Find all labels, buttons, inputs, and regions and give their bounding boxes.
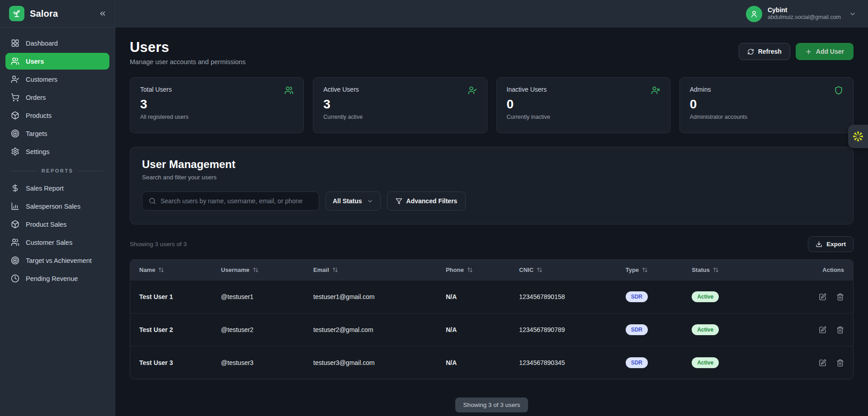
- sidebar-item-customer-sales[interactable]: Customer Sales: [5, 234, 109, 251]
- sidebar-item-products[interactable]: Products: [5, 107, 109, 124]
- panel-subtitle: Search and filter your users: [142, 174, 841, 181]
- chevrons-left-icon: [99, 9, 107, 18]
- profile-email: abdulmuiz.social@gmail.com: [768, 14, 841, 21]
- status-badge: Active: [692, 291, 719, 302]
- sidebar-item-salesperson-sales[interactable]: Salesperson Sales: [5, 198, 109, 215]
- sidebar-item-dashboard[interactable]: Dashboard: [5, 35, 109, 51]
- package-icon: [11, 220, 20, 229]
- sort-icon: [332, 267, 338, 273]
- add-user-label: Add User: [816, 48, 844, 55]
- user-check-icon: [11, 75, 20, 84]
- edit-button[interactable]: [819, 293, 826, 301]
- column-label: Status: [692, 266, 710, 273]
- topbar: Cybint abdulmuiz.social@gmail.com: [115, 0, 868, 28]
- export-button[interactable]: Export: [808, 236, 854, 252]
- package-icon: [11, 111, 20, 120]
- sidebar-item-label: Customer Sales: [26, 239, 72, 246]
- target-icon: [11, 129, 20, 138]
- column-header-status[interactable]: Status: [692, 266, 793, 273]
- sidebar-item-label: Customers: [26, 76, 57, 83]
- column-label: Email: [313, 266, 329, 273]
- column-header-name[interactable]: Name: [139, 266, 221, 273]
- showing-count-text: Showing 3 users of 3: [130, 241, 187, 248]
- column-header-email[interactable]: Email: [313, 266, 446, 273]
- bar-chart-icon: [11, 202, 20, 211]
- user-management-panel: User Management Search and filter your u…: [130, 147, 854, 224]
- delete-button[interactable]: [836, 326, 844, 334]
- column-header-phone[interactable]: Phone: [446, 266, 519, 273]
- edit-button[interactable]: [819, 359, 826, 367]
- delete-button[interactable]: [836, 359, 844, 367]
- sidebar-collapse-button[interactable]: [99, 9, 107, 18]
- sidebar-item-label: Target vs Achievement: [26, 257, 92, 264]
- column-header-cnic[interactable]: CNIC: [519, 266, 625, 273]
- sidebar-nav: Dashboard Users Customers Orders Product…: [0, 28, 115, 288]
- target-icon: [11, 256, 20, 265]
- pinwheel-icon: [851, 130, 865, 143]
- trash-icon: [836, 293, 844, 301]
- user-phone: N/A: [446, 293, 519, 300]
- stat-title: Inactive Users: [507, 86, 547, 93]
- user-phone: N/A: [446, 359, 519, 366]
- sidebar-item-customers[interactable]: Customers: [5, 71, 109, 88]
- filter-controls: All Status Advanced Filters: [142, 192, 841, 210]
- sidebar-item-label: Settings: [26, 148, 49, 155]
- sidebar-item-sales-report[interactable]: Sales Report: [5, 180, 109, 196]
- stat-cards: Total Users 3 All registered users Activ…: [130, 77, 854, 133]
- user-username: @testuser2: [221, 326, 313, 333]
- advanced-filters-button[interactable]: Advanced Filters: [387, 192, 466, 210]
- status-badge: Active: [692, 324, 719, 335]
- user-check-icon: [468, 86, 477, 95]
- page-content: Users Manage user accounts and permissio…: [115, 28, 868, 416]
- delete-button[interactable]: [836, 293, 844, 301]
- user-cnic: 1234567890789: [519, 326, 625, 333]
- trash-icon: [836, 326, 844, 334]
- edge-widget-button[interactable]: [848, 125, 868, 148]
- user-profile-menu[interactable]: Cybint abdulmuiz.social@gmail.com: [746, 6, 856, 22]
- status-filter-select[interactable]: All Status: [326, 192, 381, 210]
- plus-icon: [805, 48, 812, 55]
- row-actions: [793, 293, 844, 301]
- column-label: Type: [626, 266, 639, 273]
- status-filter-value: All Status: [333, 197, 362, 205]
- gear-icon: [11, 147, 20, 156]
- sidebar-item-target-vs-achievement[interactable]: Target vs Achievement: [5, 252, 109, 269]
- sort-icon: [253, 267, 259, 273]
- sort-icon: [713, 267, 719, 273]
- table-row: Test User 1 @testuser1 testuser1@gmail.c…: [130, 280, 853, 313]
- refresh-button[interactable]: Refresh: [739, 43, 790, 60]
- refresh-icon: [747, 48, 754, 55]
- stat-title: Total Users: [140, 86, 172, 93]
- edit-button[interactable]: [819, 326, 826, 334]
- row-actions: [793, 359, 844, 367]
- column-label: CNIC: [519, 266, 533, 273]
- page-header: Users Manage user accounts and permissio…: [130, 39, 854, 65]
- sidebar-item-product-sales[interactable]: Product Sales: [5, 216, 109, 233]
- search-input[interactable]: [160, 197, 312, 205]
- chevron-down-icon: [367, 198, 373, 205]
- edit-icon: [819, 326, 826, 334]
- salora-logo-icon: [9, 6, 24, 21]
- sidebar-item-orders[interactable]: Orders: [5, 89, 109, 106]
- profile-text: Cybint abdulmuiz.social@gmail.com: [768, 6, 841, 21]
- sidebar-item-users[interactable]: Users: [5, 53, 109, 70]
- sidebar-item-settings[interactable]: Settings: [5, 143, 109, 160]
- sidebar-item-targets[interactable]: Targets: [5, 125, 109, 142]
- export-label: Export: [826, 241, 846, 248]
- column-label: Username: [221, 266, 250, 273]
- column-label: Phone: [446, 266, 464, 273]
- type-badge: SDR: [626, 324, 648, 335]
- sidebar-item-pending-revenue[interactable]: Pending Revenue: [5, 270, 109, 287]
- add-user-button[interactable]: Add User: [796, 43, 854, 60]
- user-username: @testuser3: [221, 359, 313, 366]
- column-header-type[interactable]: Type: [626, 266, 692, 273]
- main-area: Cybint abdulmuiz.social@gmail.com Users …: [115, 0, 868, 416]
- download-icon: [816, 241, 822, 248]
- sort-icon: [158, 267, 164, 273]
- user-name: Test User 1: [139, 293, 221, 300]
- user-email: testuser3@gmail.com: [313, 359, 446, 366]
- sort-icon: [467, 267, 473, 273]
- column-header-username[interactable]: Username: [221, 266, 313, 273]
- sidebar-item-label: Targets: [26, 130, 47, 137]
- reports-section-label: REPORTS: [12, 168, 103, 173]
